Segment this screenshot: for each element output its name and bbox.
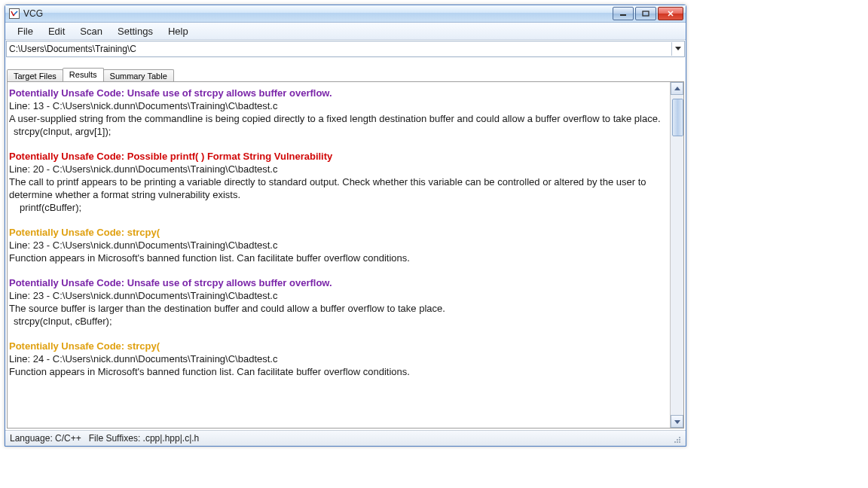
menubar: File Edit Scan Settings Help [5, 23, 686, 40]
finding-title: Potentially Unsafe Code: strcpy( [9, 340, 669, 352]
finding: Potentially Unsafe Code: Possible printf… [9, 150, 669, 214]
finding-title: Potentially Unsafe Code: Unsafe use of s… [9, 87, 669, 99]
app-icon [8, 8, 20, 20]
menu-help[interactable]: Help [160, 24, 196, 38]
scroll-up-arrow-icon[interactable] [671, 82, 683, 95]
resize-grip-icon[interactable] [671, 433, 681, 444]
path-dropdown-arrow[interactable] [671, 42, 684, 56]
close-button[interactable] [658, 7, 683, 20]
finding-description: The call to printf appears to be printin… [9, 175, 669, 201]
finding: Potentially Unsafe Code: Unsafe use of s… [9, 87, 669, 138]
finding-description: A user-supplied string from the commandl… [9, 112, 669, 125]
finding-description: The source buffer is larger than the des… [9, 302, 669, 315]
finding: Potentially Unsafe Code: strcpy( Line: 2… [9, 226, 669, 264]
tab-target-files[interactable]: Target Files [7, 69, 63, 82]
finding-code: strcpy(cInput, argv[1]); [9, 125, 669, 138]
finding-code: printf(cBuffer); [9, 201, 669, 214]
status-language: Language: C/C++ [10, 433, 81, 444]
scroll-thumb[interactable] [672, 99, 683, 136]
app-window: VCG File Edit Scan Settings Help C:\User… [5, 5, 686, 447]
window-controls [613, 7, 685, 20]
results-content[interactable]: Potentially Unsafe Code: Unsafe use of s… [8, 82, 671, 428]
svg-point-7 [677, 439, 678, 441]
finding-location: Line: 23 - C:\Users\nick.dunn\Documents\… [9, 239, 669, 252]
svg-rect-2 [643, 11, 649, 16]
finding-title: Potentially Unsafe Code: Unsafe use of s… [9, 276, 669, 289]
finding-location: Line: 23 - C:\Users\nick.dunn\Documents\… [9, 289, 669, 302]
vertical-scrollbar[interactable] [670, 82, 683, 428]
finding-title: Potentially Unsafe Code: Possible printf… [9, 150, 669, 163]
menu-scan[interactable]: Scan [72, 24, 110, 38]
finding-code: strcpy(cInput, cBuffer); [9, 315, 669, 328]
path-value: C:\Users\Documents\Training\C [7, 44, 671, 54]
path-combobox[interactable]: C:\Users\Documents\Training\C [6, 41, 685, 57]
maximize-button[interactable] [635, 7, 656, 20]
minimize-button[interactable] [613, 7, 634, 20]
svg-point-6 [674, 441, 676, 443]
svg-point-8 [679, 437, 680, 438]
scroll-down-arrow-icon[interactable] [671, 415, 683, 428]
finding-location: Line: 13 - C:\Users\nick.dunn\Documents\… [9, 99, 669, 112]
svg-point-4 [677, 441, 678, 443]
tab-summary-table[interactable]: Summary Table [103, 69, 174, 82]
menu-edit[interactable]: Edit [41, 24, 72, 38]
statusbar: Language: C/C++ File Suffixes: .cpp|.hpp… [5, 430, 686, 446]
menu-settings[interactable]: Settings [110, 24, 160, 38]
svg-point-3 [679, 441, 680, 443]
finding-description: Function appears in Microsoft's banned f… [9, 252, 669, 264]
menu-file[interactable]: File [10, 24, 41, 38]
svg-point-5 [679, 439, 680, 441]
window-title: VCG [23, 8, 43, 19]
status-suffixes: File Suffixes: .cpp|.hpp|.c|.h [89, 433, 200, 444]
finding-location: Line: 20 - C:\Users\nick.dunn\Documents\… [9, 163, 669, 175]
tab-results[interactable]: Results [63, 68, 104, 81]
finding: Potentially Unsafe Code: strcpy( Line: 2… [9, 340, 669, 378]
titlebar[interactable]: VCG [5, 5, 686, 23]
finding-location: Line: 24 - C:\Users\nick.dunn\Documents\… [9, 352, 669, 365]
tabs: Target Files Results Summary Table [7, 66, 684, 81]
finding: Potentially Unsafe Code: Unsafe use of s… [9, 276, 669, 328]
finding-description: Function appears in Microsoft's banned f… [9, 365, 669, 378]
svg-rect-1 [620, 14, 626, 16]
results-pane: Potentially Unsafe Code: Unsafe use of s… [7, 81, 684, 429]
finding-title: Potentially Unsafe Code: strcpy( [9, 226, 669, 239]
